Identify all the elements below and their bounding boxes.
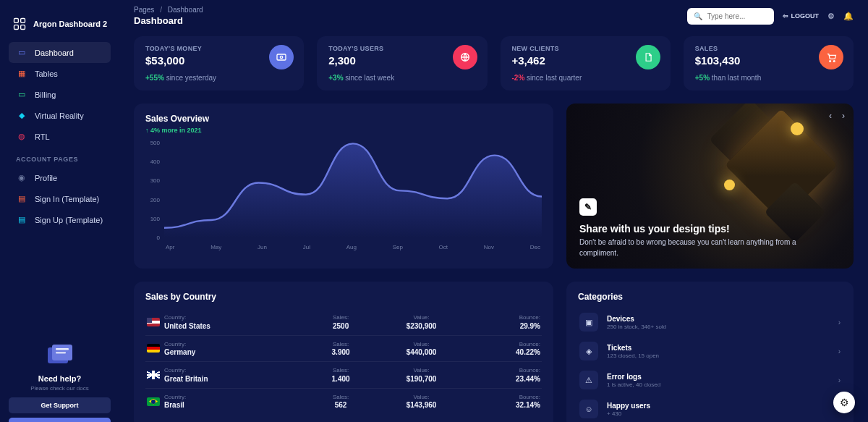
sidebar-item-label: Dashboard	[35, 48, 74, 57]
sidebar-item-label: Sign Up (Template)	[35, 216, 103, 224]
design-tips-carousel: ‹ › ✎ Share with us your design tips! Do…	[566, 104, 854, 269]
search-icon: 🔍	[694, 12, 702, 20]
stat-card-sales: SALES $103,430 +5% than last month	[684, 36, 854, 90]
breadcrumb-root[interactable]: Pages	[134, 6, 154, 14]
sales-overview-panel: Sales Overview ↑ 4% more in 2021 5004003…	[134, 104, 553, 269]
settings-fab[interactable]: ⚙	[833, 392, 855, 413]
stat-delta: -2% since last quarter	[512, 74, 659, 82]
sidebar-item-label: Profile	[35, 174, 57, 182]
svg-rect-3	[21, 25, 25, 30]
stat-delta-text: since last week	[345, 74, 394, 82]
lightbulb-icon: ✎	[579, 198, 597, 216]
tv-icon: ▭	[16, 48, 27, 57]
money-icon	[269, 45, 294, 69]
svg-rect-8	[277, 54, 286, 60]
topbar: Pages / Dashboard Dashboard 🔍 ⇦ LOGOUT ⚙…	[134, 6, 854, 26]
stat-delta: +55% since yesterday	[145, 74, 292, 82]
overview-badge: 4% more in 2021	[150, 127, 202, 134]
category-item[interactable]: ☺Happy users+ 430›	[578, 394, 842, 422]
stat-cards: TODAY'S MONEY $53,000 +55% since yesterd…	[134, 36, 854, 90]
stat-delta-text: since last quarter	[527, 74, 582, 82]
chevron-right-icon: ›	[838, 376, 841, 384]
download-button[interactable]: Download	[9, 418, 111, 422]
carousel-prev-button[interactable]: ‹	[829, 111, 832, 121]
country-table: Country:United StatesSales:2500Value:$23…	[145, 309, 542, 414]
brand-label: Argon Dashboard 2	[33, 20, 107, 28]
logout-label: LOGOUT	[791, 12, 820, 20]
cart-icon	[819, 45, 843, 69]
cube-icon: ◆	[16, 111, 27, 120]
svg-point-11	[829, 60, 830, 62]
category-icon: ☺	[579, 400, 598, 418]
globe-icon	[453, 45, 477, 69]
bell-icon[interactable]: 🔔	[843, 12, 854, 21]
sidebar-item-rtl[interactable]: ◍ RTL	[9, 126, 111, 147]
category-item[interactable]: ◈Tickets123 closed, 15 open›	[578, 337, 842, 366]
stat-delta-text: than last month	[712, 74, 761, 82]
breadcrumb: Pages / Dashboard	[134, 6, 203, 14]
panel-title: Categories	[578, 292, 842, 302]
category-item[interactable]: ⚠Error logs1 is active, 40 closed›	[578, 366, 842, 394]
sidebar-item-label: Tables	[35, 69, 58, 78]
logout-button[interactable]: ⇦ LOGOUT	[783, 12, 820, 20]
categories-list: ▣Devices250 in stock, 346+ sold›◈Tickets…	[578, 308, 842, 422]
stat-delta-pct: +3%	[328, 74, 343, 82]
sidebar-item-vr[interactable]: ◆ Virtual Reality	[9, 105, 111, 126]
help-sub: Please check our docs	[9, 385, 111, 392]
chevron-right-icon: ›	[838, 318, 841, 326]
svg-rect-6	[56, 348, 69, 350]
category-icon: ◈	[579, 342, 598, 360]
sidebar-item-label: Virtual Reality	[35, 111, 84, 120]
panel-sub: ↑ 4% more in 2021	[145, 127, 542, 134]
panel-title: Sales by Country	[145, 292, 542, 302]
brand[interactable]: Argon Dashboard 2	[9, 12, 111, 42]
rocket-icon: ▤	[16, 215, 27, 224]
logout-icon: ⇦	[783, 12, 788, 20]
stat-delta-text: since yesterday	[166, 74, 216, 82]
carousel-title: Share with us your design tips!	[579, 223, 841, 235]
stat-card-money: TODAY'S MONEY $53,000 +55% since yesterd…	[134, 36, 304, 90]
page-title: Dashboard	[134, 15, 203, 26]
table-row: Country:Great BritainSales:1.400Value:$1…	[145, 362, 542, 389]
sidebar-item-tables[interactable]: ▦ Tables	[9, 63, 111, 84]
flag-icon	[147, 318, 160, 326]
main: Pages / Dashboard Dashboard 🔍 ⇦ LOGOUT ⚙…	[119, 0, 868, 422]
help-box: Need help? Please check our docs Get Sup…	[9, 338, 111, 422]
sidebar-item-label: Billing	[35, 90, 56, 99]
flag-icon	[147, 371, 160, 379]
card-icon: ▭	[16, 90, 27, 99]
stat-delta: +5% than last month	[695, 74, 842, 82]
table-row: Country:GermanySales:3.900Value:$440,000…	[145, 336, 542, 363]
stat-delta-pct: +5%	[695, 74, 710, 82]
sidebar-item-dashboard[interactable]: ▭ Dashboard	[9, 42, 111, 63]
user-icon: ◉	[16, 173, 27, 182]
category-icon: ⚠	[579, 371, 598, 389]
docs-icon	[43, 342, 77, 368]
sidebar-item-billing[interactable]: ▭ Billing	[9, 84, 111, 105]
svg-point-12	[833, 60, 835, 62]
sidebar-item-label: Sign In (Template)	[35, 195, 99, 203]
sidebar-item-signup[interactable]: ▤ Sign Up (Template)	[9, 209, 111, 230]
breadcrumb-sep: /	[160, 6, 162, 14]
stat-card-users: TODAY'S USERS 2,300 +3% since last week	[317, 36, 487, 90]
search: 🔍	[687, 8, 774, 25]
category-icon: ▣	[579, 313, 598, 332]
doc-icon	[636, 45, 660, 69]
sidebar-item-signin[interactable]: ▤ Sign In (Template)	[9, 188, 111, 209]
gear-icon[interactable]: ⚙	[827, 12, 835, 21]
sales-chart: 5004003002001000 AprMayJunJulAugSepOctNo…	[145, 140, 542, 256]
carousel-next-button[interactable]: ›	[842, 111, 845, 121]
table-row: Country:BrasilSales:562Value:$143,960Bou…	[145, 389, 542, 415]
sidebar-item-profile[interactable]: ◉ Profile	[9, 167, 111, 188]
svg-rect-0	[14, 19, 19, 23]
get-support-button[interactable]: Get Support	[9, 397, 111, 413]
help-title: Need help?	[9, 374, 111, 383]
stat-card-clients: NEW CLIENTS +3,462 -2% since last quarte…	[501, 36, 671, 90]
breadcrumb-current: Dashboard	[168, 6, 203, 14]
sidebar-section-heading: ACCOUNT PAGES	[9, 147, 111, 167]
category-item[interactable]: ▣Devices250 in stock, 346+ sold›	[578, 308, 842, 337]
calendar-icon: ▦	[16, 69, 27, 78]
svg-point-9	[281, 56, 283, 58]
stat-delta: +3% since last week	[328, 74, 475, 82]
sales-by-country-panel: Sales by Country Country:United StatesSa…	[134, 282, 553, 422]
